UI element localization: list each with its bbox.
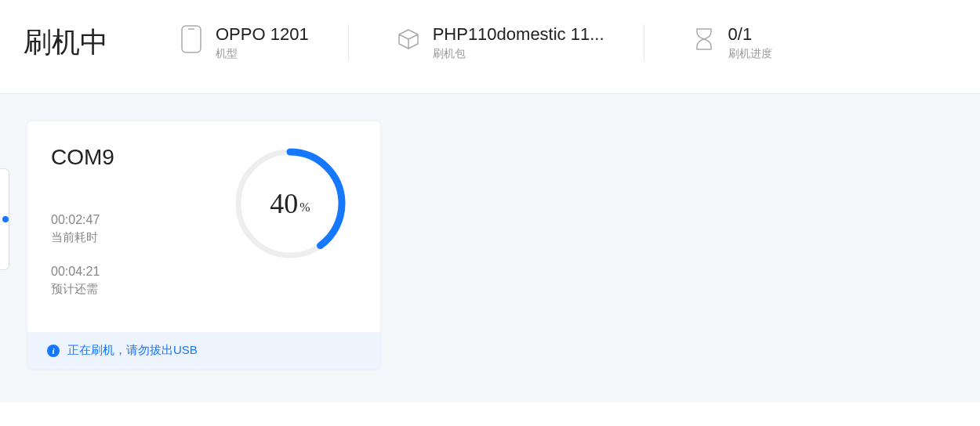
package-value: PHP110domestic 11... bbox=[433, 24, 604, 45]
progress-label: 刷机进度 bbox=[728, 47, 772, 61]
page-title: 刷机中 bbox=[24, 23, 108, 62]
phone-icon bbox=[179, 24, 204, 54]
progress-value: 0/1 bbox=[728, 24, 772, 45]
side-expand-handle[interactable] bbox=[0, 168, 9, 270]
package-icon bbox=[396, 24, 421, 54]
flash-card: COM9 00:02:47 当前耗时 00:04:21 预计还需 40% bbox=[27, 121, 380, 369]
svg-rect-0 bbox=[182, 26, 201, 52]
elapsed-label: 当前耗时 bbox=[51, 230, 231, 245]
progress-percent: 40% bbox=[231, 145, 349, 262]
package-label: 刷机包 bbox=[433, 47, 604, 61]
progress-ring: 40% bbox=[231, 145, 349, 262]
status-bar: i 正在刷机，请勿拔出USB bbox=[27, 332, 380, 369]
hourglass-icon bbox=[691, 24, 717, 54]
elapsed-block: 00:02:47 当前耗时 bbox=[51, 213, 231, 245]
percent-suffix: % bbox=[299, 200, 310, 215]
device-info: OPPO 1201 机型 bbox=[179, 24, 349, 60]
remaining-value: 00:04:21 bbox=[51, 265, 231, 279]
percent-number: 40 bbox=[270, 187, 298, 220]
package-info: PHP110domestic 11... 刷机包 bbox=[396, 24, 644, 60]
progress-info: 0/1 刷机进度 bbox=[691, 24, 811, 60]
status-text: 正在刷机，请勿拔出USB bbox=[67, 343, 198, 358]
device-label: 机型 bbox=[216, 47, 309, 61]
elapsed-value: 00:02:47 bbox=[51, 213, 231, 227]
device-value: OPPO 1201 bbox=[216, 24, 309, 45]
dot-indicator-icon bbox=[2, 216, 9, 222]
info-icon: i bbox=[47, 345, 60, 357]
remaining-block: 00:04:21 预计还需 bbox=[51, 265, 231, 297]
remaining-label: 预计还需 bbox=[51, 282, 231, 297]
body-area: COM9 00:02:47 当前耗时 00:04:21 预计还需 40% bbox=[0, 94, 980, 403]
port-name: COM9 bbox=[51, 145, 231, 170]
header-bar: 刷机中 OPPO 1201 机型 PHP110domestic 11... 刷机… bbox=[0, 0, 980, 94]
